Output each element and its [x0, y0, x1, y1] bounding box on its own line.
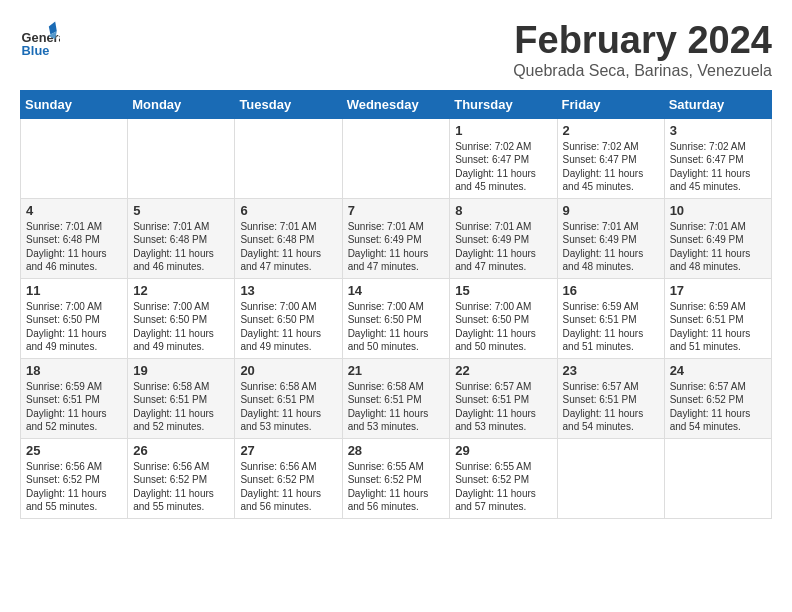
day-info: Sunrise: 6:58 AM Sunset: 6:51 PM Dayligh…: [133, 380, 229, 434]
day-number: 12: [133, 283, 229, 298]
day-number: 24: [670, 363, 766, 378]
calendar-cell: [128, 118, 235, 198]
day-info: Sunrise: 6:58 AM Sunset: 6:51 PM Dayligh…: [240, 380, 336, 434]
day-number: 23: [563, 363, 659, 378]
day-info: Sunrise: 6:58 AM Sunset: 6:51 PM Dayligh…: [348, 380, 445, 434]
day-number: 13: [240, 283, 336, 298]
day-info: Sunrise: 6:57 AM Sunset: 6:52 PM Dayligh…: [670, 380, 766, 434]
calendar-cell: [664, 438, 771, 518]
day-number: 19: [133, 363, 229, 378]
day-number: 6: [240, 203, 336, 218]
calendar-cell: 11Sunrise: 7:00 AM Sunset: 6:50 PM Dayli…: [21, 278, 128, 358]
day-info: Sunrise: 7:01 AM Sunset: 6:48 PM Dayligh…: [133, 220, 229, 274]
month-title: February 2024: [513, 20, 772, 62]
weekday-header-monday: Monday: [128, 90, 235, 118]
logo-icon: General Blue: [20, 20, 60, 60]
day-number: 10: [670, 203, 766, 218]
day-number: 26: [133, 443, 229, 458]
calendar-cell: 10Sunrise: 7:01 AM Sunset: 6:49 PM Dayli…: [664, 198, 771, 278]
calendar-cell: 13Sunrise: 7:00 AM Sunset: 6:50 PM Dayli…: [235, 278, 342, 358]
week-row-1: 1Sunrise: 7:02 AM Sunset: 6:47 PM Daylig…: [21, 118, 772, 198]
calendar-cell: 3Sunrise: 7:02 AM Sunset: 6:47 PM Daylig…: [664, 118, 771, 198]
day-info: Sunrise: 6:56 AM Sunset: 6:52 PM Dayligh…: [26, 460, 122, 514]
day-number: 27: [240, 443, 336, 458]
week-row-3: 11Sunrise: 7:00 AM Sunset: 6:50 PM Dayli…: [21, 278, 772, 358]
calendar-cell: 6Sunrise: 7:01 AM Sunset: 6:48 PM Daylig…: [235, 198, 342, 278]
calendar-cell: 23Sunrise: 6:57 AM Sunset: 6:51 PM Dayli…: [557, 358, 664, 438]
day-info: Sunrise: 7:01 AM Sunset: 6:49 PM Dayligh…: [348, 220, 445, 274]
calendar-cell: 25Sunrise: 6:56 AM Sunset: 6:52 PM Dayli…: [21, 438, 128, 518]
weekday-header-friday: Friday: [557, 90, 664, 118]
calendar-cell: 14Sunrise: 7:00 AM Sunset: 6:50 PM Dayli…: [342, 278, 450, 358]
calendar-cell: 2Sunrise: 7:02 AM Sunset: 6:47 PM Daylig…: [557, 118, 664, 198]
calendar-cell: 18Sunrise: 6:59 AM Sunset: 6:51 PM Dayli…: [21, 358, 128, 438]
calendar-cell: 26Sunrise: 6:56 AM Sunset: 6:52 PM Dayli…: [128, 438, 235, 518]
day-number: 16: [563, 283, 659, 298]
title-section: February 2024 Quebrada Seca, Barinas, Ve…: [513, 20, 772, 80]
weekday-header-row: SundayMondayTuesdayWednesdayThursdayFrid…: [21, 90, 772, 118]
day-number: 4: [26, 203, 122, 218]
day-number: 8: [455, 203, 551, 218]
calendar-cell: 29Sunrise: 6:55 AM Sunset: 6:52 PM Dayli…: [450, 438, 557, 518]
calendar-cell: 1Sunrise: 7:02 AM Sunset: 6:47 PM Daylig…: [450, 118, 557, 198]
day-number: 28: [348, 443, 445, 458]
day-info: Sunrise: 7:00 AM Sunset: 6:50 PM Dayligh…: [26, 300, 122, 354]
week-row-2: 4Sunrise: 7:01 AM Sunset: 6:48 PM Daylig…: [21, 198, 772, 278]
day-number: 14: [348, 283, 445, 298]
calendar-cell: 27Sunrise: 6:56 AM Sunset: 6:52 PM Dayli…: [235, 438, 342, 518]
day-number: 7: [348, 203, 445, 218]
day-info: Sunrise: 6:59 AM Sunset: 6:51 PM Dayligh…: [26, 380, 122, 434]
day-info: Sunrise: 7:01 AM Sunset: 6:48 PM Dayligh…: [26, 220, 122, 274]
day-info: Sunrise: 7:01 AM Sunset: 6:48 PM Dayligh…: [240, 220, 336, 274]
logo: General Blue: [20, 20, 64, 60]
weekday-header-thursday: Thursday: [450, 90, 557, 118]
day-info: Sunrise: 7:01 AM Sunset: 6:49 PM Dayligh…: [670, 220, 766, 274]
calendar-cell: 20Sunrise: 6:58 AM Sunset: 6:51 PM Dayli…: [235, 358, 342, 438]
day-number: 17: [670, 283, 766, 298]
calendar-cell: [557, 438, 664, 518]
day-number: 18: [26, 363, 122, 378]
calendar-table: SundayMondayTuesdayWednesdayThursdayFrid…: [20, 90, 772, 519]
day-number: 22: [455, 363, 551, 378]
day-info: Sunrise: 7:01 AM Sunset: 6:49 PM Dayligh…: [563, 220, 659, 274]
day-info: Sunrise: 7:00 AM Sunset: 6:50 PM Dayligh…: [455, 300, 551, 354]
calendar-cell: 5Sunrise: 7:01 AM Sunset: 6:48 PM Daylig…: [128, 198, 235, 278]
weekday-header-sunday: Sunday: [21, 90, 128, 118]
week-row-4: 18Sunrise: 6:59 AM Sunset: 6:51 PM Dayli…: [21, 358, 772, 438]
day-info: Sunrise: 6:59 AM Sunset: 6:51 PM Dayligh…: [563, 300, 659, 354]
day-number: 21: [348, 363, 445, 378]
day-number: 25: [26, 443, 122, 458]
calendar-cell: 22Sunrise: 6:57 AM Sunset: 6:51 PM Dayli…: [450, 358, 557, 438]
day-info: Sunrise: 6:56 AM Sunset: 6:52 PM Dayligh…: [133, 460, 229, 514]
day-number: 2: [563, 123, 659, 138]
day-info: Sunrise: 7:02 AM Sunset: 6:47 PM Dayligh…: [670, 140, 766, 194]
day-info: Sunrise: 6:56 AM Sunset: 6:52 PM Dayligh…: [240, 460, 336, 514]
calendar-cell: 15Sunrise: 7:00 AM Sunset: 6:50 PM Dayli…: [450, 278, 557, 358]
calendar-cell: 19Sunrise: 6:58 AM Sunset: 6:51 PM Dayli…: [128, 358, 235, 438]
calendar-cell: 17Sunrise: 6:59 AM Sunset: 6:51 PM Dayli…: [664, 278, 771, 358]
day-number: 11: [26, 283, 122, 298]
calendar-cell: 12Sunrise: 7:00 AM Sunset: 6:50 PM Dayli…: [128, 278, 235, 358]
calendar-cell: 9Sunrise: 7:01 AM Sunset: 6:49 PM Daylig…: [557, 198, 664, 278]
svg-text:Blue: Blue: [22, 43, 50, 58]
calendar-cell: 16Sunrise: 6:59 AM Sunset: 6:51 PM Dayli…: [557, 278, 664, 358]
day-number: 20: [240, 363, 336, 378]
day-info: Sunrise: 6:59 AM Sunset: 6:51 PM Dayligh…: [670, 300, 766, 354]
page-header: General Blue February 2024 Quebrada Seca…: [20, 20, 772, 80]
weekday-header-saturday: Saturday: [664, 90, 771, 118]
day-number: 3: [670, 123, 766, 138]
day-info: Sunrise: 7:02 AM Sunset: 6:47 PM Dayligh…: [563, 140, 659, 194]
day-info: Sunrise: 7:02 AM Sunset: 6:47 PM Dayligh…: [455, 140, 551, 194]
day-info: Sunrise: 6:57 AM Sunset: 6:51 PM Dayligh…: [563, 380, 659, 434]
day-info: Sunrise: 6:55 AM Sunset: 6:52 PM Dayligh…: [348, 460, 445, 514]
day-info: Sunrise: 7:00 AM Sunset: 6:50 PM Dayligh…: [133, 300, 229, 354]
day-number: 15: [455, 283, 551, 298]
calendar-cell: 24Sunrise: 6:57 AM Sunset: 6:52 PM Dayli…: [664, 358, 771, 438]
calendar-cell: 28Sunrise: 6:55 AM Sunset: 6:52 PM Dayli…: [342, 438, 450, 518]
day-info: Sunrise: 7:00 AM Sunset: 6:50 PM Dayligh…: [348, 300, 445, 354]
day-number: 5: [133, 203, 229, 218]
day-info: Sunrise: 6:57 AM Sunset: 6:51 PM Dayligh…: [455, 380, 551, 434]
calendar-cell: 21Sunrise: 6:58 AM Sunset: 6:51 PM Dayli…: [342, 358, 450, 438]
calendar-cell: [235, 118, 342, 198]
calendar-cell: [21, 118, 128, 198]
